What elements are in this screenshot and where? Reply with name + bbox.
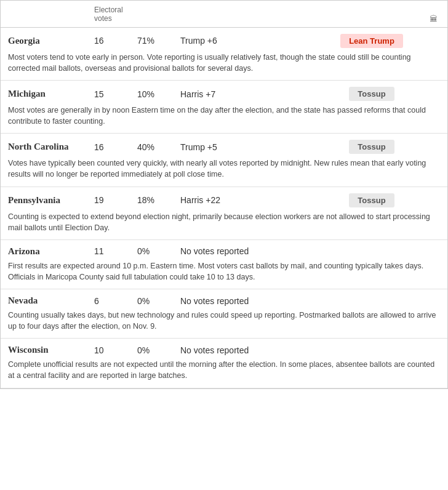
state-pct-in: 18% <box>137 195 180 205</box>
state-margin: No votes reported <box>180 296 303 306</box>
state-estimate: Lean Trump <box>303 34 440 48</box>
estimate-badge: Tossup <box>349 87 394 101</box>
state-note: First results are expected around 10 p.m… <box>8 260 440 283</box>
state-electoral-votes: 10 <box>94 345 137 355</box>
main-table: Electoralvotes 🏛 Georgia 16 71% Trump +6… <box>0 0 448 389</box>
state-name: Pennsylvania <box>8 195 94 206</box>
state-data-row: Arizona 11 0% No votes reported <box>8 246 440 257</box>
state-data-row: Pennsylvania 19 18% Harris +22 Tossup <box>8 193 440 207</box>
state-electoral-votes: 19 <box>94 195 137 205</box>
state-margin: No votes reported <box>180 246 303 256</box>
state-note: Complete unofficial results are not expe… <box>8 359 440 381</box>
states-container: Georgia 16 71% Trump +6 Lean Trump Most … <box>1 28 447 388</box>
state-data-row: North Carolina 16 40% Trump +5 Tossup <box>8 140 440 154</box>
state-data-row: Michigan 15 10% Harris +7 Tossup <box>8 87 440 101</box>
state-margin: No votes reported <box>180 345 303 355</box>
estimate-badge: Lean Trump <box>340 34 403 48</box>
state-name: Michigan <box>8 89 94 99</box>
state-estimate: Tossup <box>303 193 440 207</box>
state-electoral-votes: 16 <box>94 142 137 152</box>
state-name: Georgia <box>8 36 94 46</box>
nyt-header: 🏛 <box>303 14 440 23</box>
state-note: Most votes are generally in by noon East… <box>8 105 440 127</box>
state-electoral-votes: 15 <box>94 89 137 99</box>
state-margin: Harris +7 <box>180 89 303 99</box>
state-name: Wisconsin <box>8 345 94 355</box>
state-pct-in: 10% <box>137 89 180 99</box>
state-data-row: Georgia 16 71% Trump +6 Lean Trump <box>8 34 440 48</box>
estimate-badge: Tossup <box>349 140 394 154</box>
state-data-row: Nevada 6 0% No votes reported <box>8 295 440 306</box>
electoral-header: Electoralvotes <box>94 6 137 23</box>
state-data-row: Wisconsin 10 0% No votes reported <box>8 345 440 355</box>
state-name: North Carolina <box>8 142 94 152</box>
state-pct-in: 0% <box>137 345 180 355</box>
state-margin: Harris +22 <box>180 195 303 205</box>
table-row: Wisconsin 10 0% No votes reported Comple… <box>1 339 447 388</box>
state-name: Arizona <box>8 246 94 257</box>
state-estimate: Tossup <box>303 87 440 101</box>
table-header: Electoralvotes 🏛 <box>1 1 447 28</box>
state-estimate: Tossup <box>303 140 440 154</box>
estimate-badge: Tossup <box>349 193 394 207</box>
state-electoral-votes: 11 <box>94 246 137 256</box>
state-note: Counting is expected to extend beyond el… <box>8 211 440 233</box>
state-electoral-votes: 6 <box>94 296 137 306</box>
state-pct-in: 0% <box>137 246 180 256</box>
state-pct-in: 40% <box>137 142 180 152</box>
table-row: North Carolina 16 40% Trump +5 Tossup Vo… <box>1 134 447 187</box>
state-margin: Trump +6 <box>180 36 303 46</box>
table-row: Arizona 11 0% No votes reported First re… <box>1 240 447 289</box>
table-row: Pennsylvania 19 18% Harris +22 Tossup Co… <box>1 187 447 240</box>
state-note: Most voters tend to vote early in person… <box>8 52 440 74</box>
table-row: Michigan 15 10% Harris +7 Tossup Most vo… <box>1 81 447 134</box>
nyt-icon: 🏛 <box>430 14 438 23</box>
table-row: Georgia 16 71% Trump +6 Lean Trump Most … <box>1 28 447 81</box>
state-note: Counting usually takes days, but new tec… <box>8 310 440 332</box>
state-electoral-votes: 16 <box>94 36 137 46</box>
state-note: Votes have typically been counted very q… <box>8 158 440 180</box>
state-margin: Trump +5 <box>180 142 303 152</box>
state-name: Nevada <box>8 295 94 306</box>
state-pct-in: 0% <box>137 296 180 306</box>
state-pct-in: 71% <box>137 36 180 46</box>
table-row: Nevada 6 0% No votes reported Counting u… <box>1 289 447 339</box>
